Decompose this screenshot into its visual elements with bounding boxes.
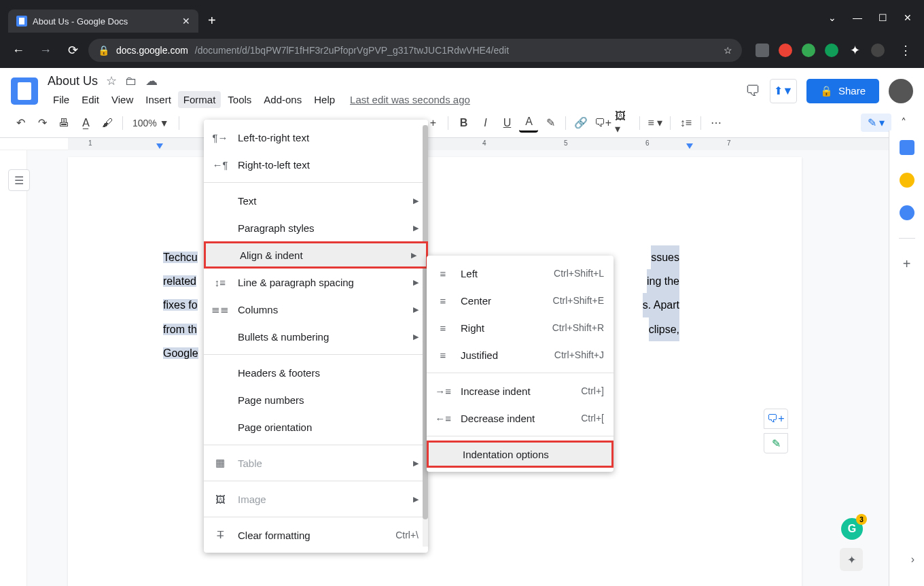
insert-comment-button[interactable]: 🗨+ [593,114,612,133]
format-menu-item[interactable]: Bullets & numbering▶ [204,323,428,350]
move-icon[interactable]: 🗀 [125,74,137,88]
menu-help[interactable]: Help [308,91,340,108]
print-button[interactable]: 🖶 [54,114,73,133]
outline-toggle-button[interactable]: ☰ [8,169,30,191]
align-submenu-item[interactable]: ≡LeftCtrl+Shift+L [427,260,614,287]
url-field[interactable]: 🔒 docs.google.com/document/d/1bqPW7lF1fH… [88,39,742,62]
keep-icon[interactable] [900,173,914,188]
align-submenu-item[interactable]: ≡JustifiedCtrl+Shift+J [427,341,614,368]
hide-side-panel-button[interactable]: › [911,553,914,566]
document-title[interactable]: About Us [48,74,98,88]
extension-icon[interactable] [825,44,838,57]
indent-marker-right[interactable] [686,143,693,149]
menu-addons[interactable]: Add-ons [258,91,307,108]
align-submenu-item[interactable]: ≡RightCtrl+Shift+R [427,314,614,341]
docs-logo-icon[interactable] [11,77,38,105]
grammarly-icon[interactable]: G3 [841,518,863,540]
insert-image-button[interactable]: 🖼 ▾ [615,114,634,133]
align-button[interactable]: ≡ ▾ [645,114,664,133]
doc-text-line[interactable]: related [163,275,196,287]
doc-text-line[interactable]: Techcu [163,252,198,263]
star-icon[interactable]: ☆ [106,73,117,88]
insert-link-button[interactable]: 🔗 [571,114,590,133]
add-addon-button[interactable]: + [900,256,914,271]
menu-edit[interactable]: Edit [76,91,105,108]
align-submenu-item[interactable]: →≡Increase indentCtrl+] [427,377,614,404]
explore-button[interactable]: ✦ [840,548,863,571]
doc-text-line[interactable]: from th [163,324,197,335]
undo-button[interactable]: ↶ [11,114,30,133]
profile-avatar[interactable] [871,44,885,57]
italic-button[interactable]: I [476,114,495,133]
align-submenu-item[interactable]: Indentation options [427,441,614,468]
format-menu-item[interactable]: ¶→Left-to-right text [204,124,428,151]
line-spacing-button[interactable]: ↕≡ [676,114,695,133]
horizontal-ruler[interactable]: 1 4 5 6 7 [0,138,924,150]
menu-file[interactable]: File [48,91,75,108]
cloud-status-icon[interactable]: ☁ [145,73,158,88]
browser-menu-button[interactable]: ⋮ [894,39,917,62]
extensions-puzzle-icon[interactable]: ✦ [848,44,861,57]
present-button[interactable]: ⬆ ▼ [770,79,797,103]
vertical-ruler[interactable] [0,150,27,586]
tasks-icon[interactable] [900,205,914,220]
doc-text-line[interactable]: clipse, [649,317,679,341]
maximize-button[interactable]: ☐ [878,12,887,23]
extension-icon[interactable] [779,44,792,57]
format-menu-item[interactable]: Align & indent▶ [204,241,428,269]
format-menu-item[interactable]: 🖼Image▶ [204,485,428,513]
indent-marker-left[interactable] [156,143,163,149]
paint-format-button[interactable]: 🖌 [98,114,117,133]
editing-mode-button[interactable]: ✎ ▾ [861,114,891,132]
suggest-edit-button[interactable]: ✎ [764,433,788,453]
zoom-selector[interactable]: 100% ▼ [128,118,173,128]
underline-button[interactable]: U [497,114,516,133]
back-button[interactable]: ← [7,39,30,62]
doc-text-line[interactable]: ssues [651,245,679,269]
align-submenu-item[interactable]: ←≡Decrease indentCtrl+[ [427,404,614,432]
bookmark-star-icon[interactable]: ☆ [724,45,732,56]
caret-down-icon[interactable]: ⌄ [828,12,836,23]
format-menu-item[interactable]: Paragraph styles▶ [204,214,428,241]
comments-icon[interactable]: 🗨 [745,82,760,100]
format-menu-item[interactable]: Headers & footers [204,359,428,386]
menu-view[interactable]: View [106,91,139,108]
text-color-button[interactable]: A [519,114,538,133]
redo-button[interactable]: ↷ [33,114,52,133]
bold-button[interactable]: B [454,114,473,133]
add-comment-button[interactable]: 🗨+ [764,409,788,429]
align-submenu-item[interactable]: ≡CenterCtrl+Shift+E [427,287,614,314]
new-tab-button[interactable]: + [208,13,216,33]
format-menu-item[interactable]: Page orientation [204,413,428,441]
format-menu-item[interactable]: ≣≣Columns▶ [204,296,428,323]
format-menu-item[interactable]: ↕≡Line & paragraph spacing▶ [204,269,428,296]
format-menu-item[interactable]: Text▶ [204,187,428,214]
extension-icon[interactable] [756,44,769,57]
menu-tools[interactable]: Tools [222,91,257,108]
menu-format[interactable]: Format [178,91,221,108]
menu-insert[interactable]: Insert [140,91,177,108]
more-tools-button[interactable]: ⋯ [707,114,726,133]
close-window-button[interactable]: ✕ [904,12,912,23]
tab-close-button[interactable]: ✕ [182,16,190,27]
doc-text-line[interactable]: s. Apart [643,293,679,317]
format-menu-item[interactable]: Page numbers [204,386,428,413]
doc-text-line[interactable]: Google [163,347,198,359]
doc-text-line[interactable]: ing the [647,269,679,293]
forward-button[interactable]: → [34,39,57,62]
highlight-button[interactable]: ✎ [541,114,560,133]
browser-tab[interactable]: About Us - Google Docs ✕ [8,10,198,33]
calendar-icon[interactable] [900,140,914,155]
format-menu-item[interactable]: ▦Table▶ [204,449,428,477]
collapse-toolbar-button[interactable]: ˄ [894,114,913,133]
format-menu-item[interactable]: T̶Clear formattingCtrl+\ [204,521,428,549]
reload-button[interactable]: ⟳ [61,39,84,62]
spellcheck-button[interactable]: A̲ [76,114,95,133]
doc-text-line[interactable]: fixes fo [163,299,198,311]
share-button[interactable]: 🔒 Share [806,79,879,103]
last-edit-status[interactable]: Last edit was seconds ago [350,94,470,105]
extension-icon[interactable] [802,44,815,57]
minimize-button[interactable]: — [853,12,862,23]
account-avatar[interactable] [889,79,913,103]
format-menu-item[interactable]: ←¶Right-to-left text [204,151,428,178]
